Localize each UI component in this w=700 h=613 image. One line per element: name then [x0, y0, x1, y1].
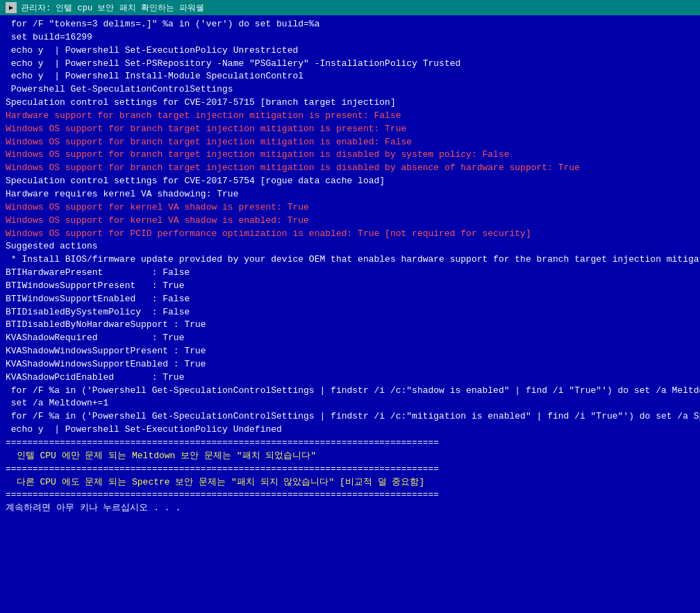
terminal-line: echo y | Powershell Set-ExecutionPolicy …	[6, 423, 694, 437]
terminal-line: Speculation control settings for CVE-201…	[6, 175, 694, 188]
terminal-line: KVAShadowRequired : True	[6, 332, 694, 345]
terminal-line: set /a Meltdown+=1	[6, 397, 694, 410]
terminal-line: BTIWindowsSupportPresent : True	[6, 280, 694, 293]
terminal-line: for /F %a in ('Powershell Get-Speculatio…	[6, 385, 694, 398]
terminal-line: Windows OS support for PCID performance …	[6, 228, 694, 241]
terminal-line: echo y | Powershell Set-ExecutionPolicy …	[6, 44, 694, 58]
terminal-line: Hardware support for branch target injec…	[6, 110, 694, 123]
terminal-line: ========================================…	[6, 463, 694, 476]
terminal-line: * Install BIOS/firmware update provided …	[6, 253, 694, 267]
terminal-line: KVAShadowPcidEnabled : True	[6, 371, 694, 385]
terminal-line: set build=16299	[6, 31, 694, 44]
terminal-line: 인텔 CPU 에만 문제 되는 Meltdown 보안 문제는 "패치 되었습니…	[6, 450, 694, 463]
terminal-line: 다른 CPU 에도 문제 되는 Spectre 보안 문제는 "패치 되지 않았…	[6, 476, 694, 489]
cmd-icon: ▶	[6, 2, 17, 13]
terminal-line: Windows OS support for kernel VA shadow …	[6, 215, 694, 228]
terminal-line: echo y | Powershell Install-Module Specu…	[6, 70, 694, 83]
terminal-line: ========================================…	[6, 437, 694, 450]
terminal-line: BTIHardwarePresent : False	[6, 267, 694, 280]
terminal-line: BTIDisabledByNoHardwareSupport : True	[6, 319, 694, 332]
terminal-line: BTIWindowsSupportEnabled : False	[6, 293, 694, 306]
title-text: 관리자: 인텔 cpu 보안 패치 확인하는 파워쉘	[21, 2, 204, 14]
terminal-line: KVAShadowWindowsSupportEnabled : True	[6, 358, 694, 371]
terminal-line: Windows OS support for kernel VA shadow …	[6, 201, 694, 215]
terminal-line: Powershell Get-SpeculationControlSetting…	[6, 83, 694, 96]
terminal-line: KVAShadowWindowsSupportPresent : True	[6, 345, 694, 358]
terminal-line: Windows OS support for branch target inj…	[6, 149, 694, 162]
terminal-line: Speculation control settings for CVE-201…	[6, 96, 694, 110]
terminal-line: echo y | Powershell Set-PSRepository -Na…	[6, 58, 694, 71]
terminal-line: Windows OS support for branch target inj…	[6, 162, 694, 175]
terminal-line: 계속하려면 아무 키나 누르십시오 . . .	[6, 502, 694, 515]
titlebar: ▶ 관리자: 인텔 cpu 보안 패치 확인하는 파워쉘	[0, 0, 700, 15]
terminal-window: for /F "tokens=3 delims=.]" %a in ('ver'…	[0, 15, 700, 613]
terminal-line: Suggested actions	[6, 240, 694, 253]
terminal-line: ========================================…	[6, 489, 694, 502]
terminal-line: for /F %a in ('Powershell Get-Speculatio…	[6, 410, 694, 423]
terminal-line: Windows OS support for branch target inj…	[6, 136, 694, 149]
terminal-line: Windows OS support for branch target inj…	[6, 123, 694, 136]
terminal-line: BTIDisabledBySystemPolicy : False	[6, 306, 694, 319]
terminal-line: for /F "tokens=3 delims=.]" %a in ('ver'…	[6, 18, 694, 31]
terminal-line: Hardware requires kernel VA shadowing: T…	[6, 188, 694, 201]
